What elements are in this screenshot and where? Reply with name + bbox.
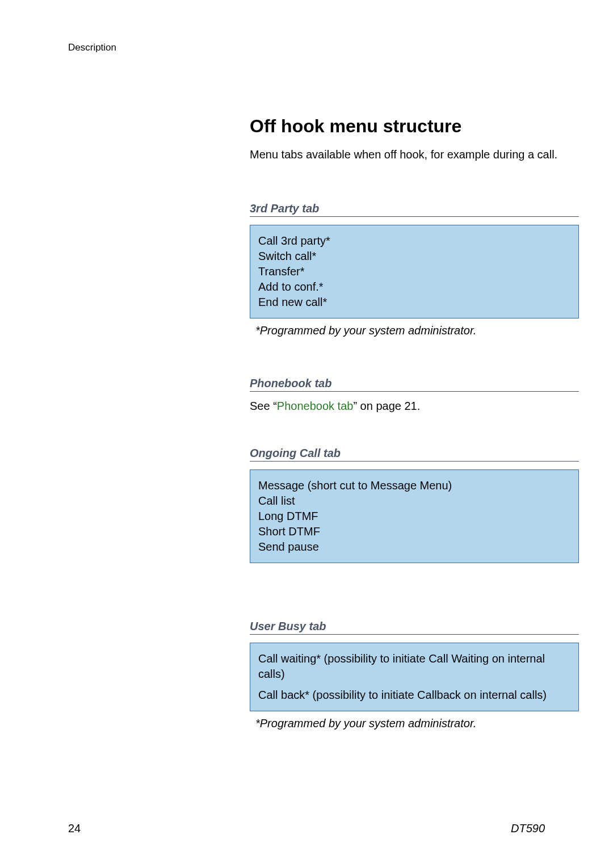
page-number: 24 [68, 822, 81, 835]
box-line: Call back* (possibility to initiate Call… [258, 687, 570, 703]
note-3rd-party: *Programmed by your system administrator… [255, 324, 579, 337]
box-line: Switch call* [258, 249, 570, 264]
box-line: Transfer* [258, 264, 570, 279]
footer: 24 DT590 [68, 822, 545, 835]
box-line: End new call* [258, 295, 570, 310]
box-line: Message (short cut to Message Menu) [258, 478, 570, 493]
box-3rd-party: Call 3rd party* Switch call* Transfer* A… [250, 225, 579, 318]
section-heading-user-busy: User Busy tab [250, 620, 579, 635]
section-heading-phonebook: Phonebook tab [250, 377, 579, 392]
note-user-busy: *Programmed by your system administrator… [255, 717, 579, 730]
running-header: Description [68, 42, 545, 53]
see-post: ” on page 21. [353, 400, 420, 412]
see-reference: See “Phonebook tab” on page 21. [250, 400, 579, 413]
content-area: Off hook menu structure Menu tabs availa… [250, 116, 579, 730]
box-line: Short DTMF [258, 524, 570, 539]
spacer [250, 569, 579, 620]
page: Description Off hook menu structure Menu… [0, 0, 613, 868]
section-heading-3rd-party: 3rd Party tab [250, 202, 579, 217]
box-line: Long DTMF [258, 509, 570, 524]
box-line: Call waiting* (possibility to initiate C… [258, 651, 570, 682]
box-line: Add to conf.* [258, 279, 570, 295]
see-pre: See “ [250, 400, 277, 412]
page-title: Off hook menu structure [250, 116, 579, 137]
intro-paragraph: Menu tabs available when off hook, for e… [250, 147, 579, 162]
model-label: DT590 [511, 822, 545, 835]
box-line: Call 3rd party* [258, 233, 570, 249]
section-heading-ongoing-call: Ongoing Call tab [250, 447, 579, 462]
phonebook-link[interactable]: Phonebook tab [277, 400, 354, 412]
box-ongoing-call: Message (short cut to Message Menu) Call… [250, 469, 579, 563]
box-line: Send pause [258, 539, 570, 555]
box-user-busy: Call waiting* (possibility to initiate C… [250, 643, 579, 711]
box-line: Call list [258, 493, 570, 509]
